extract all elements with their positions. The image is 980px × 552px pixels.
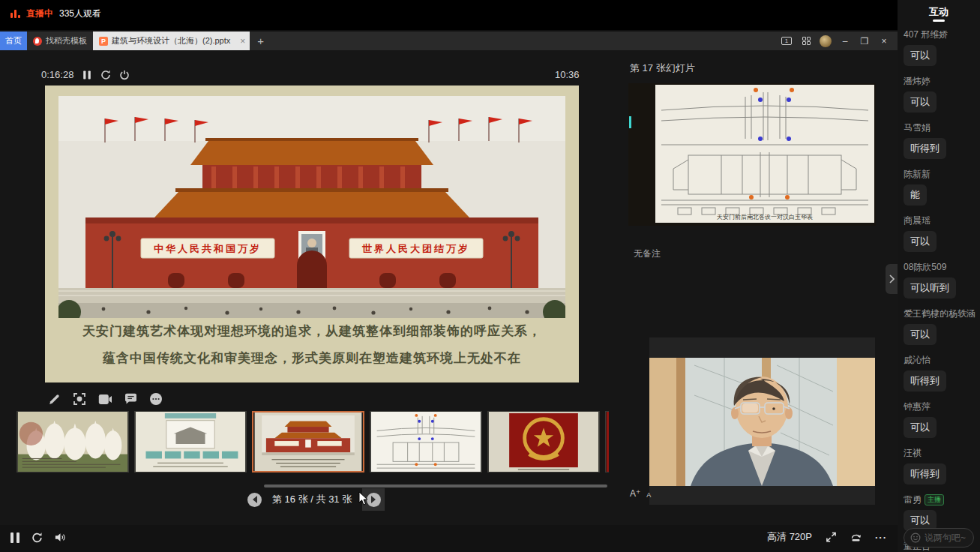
chat-message: 钟惠萍 可以 [904, 400, 977, 438]
tab-presentation-label: 建筑与环境设计（北海）(2).pptx [112, 35, 230, 46]
chat-bubble: 听得到 [904, 464, 946, 484]
live-signal-icon [10, 10, 20, 18]
notes-panel-title: 第 17 张幻灯片 [630, 62, 695, 75]
chat-message: 商晨瑶 可以 [904, 214, 977, 252]
pause-session-icon[interactable] [81, 69, 92, 80]
presenter-webcam [649, 338, 875, 505]
viewer-count: 335人观看 [59, 8, 101, 20]
chat-username: 商晨瑶 [904, 215, 931, 226]
chat-username: 汪祺 [904, 448, 922, 458]
notes-font-size-controls[interactable]: A⁺ A [630, 488, 651, 499]
chat-username: 马雪娟 [904, 122, 931, 133]
new-tab-button[interactable]: + [250, 32, 271, 50]
tab-active-underline [933, 20, 945, 22]
chat-bubble-icon[interactable] [123, 392, 138, 406]
mouse-cursor [358, 491, 369, 506]
refresh-session-icon[interactable] [100, 69, 111, 80]
chat-bubble: 可以 [904, 45, 937, 66]
annotation-toolbar [46, 392, 163, 406]
tab-home-label: 首页 [5, 35, 22, 46]
chat-username: 潘炜婷 [904, 76, 931, 86]
elapsed-time: 0:16:28 [41, 69, 73, 80]
chat-message: 戚沁怡 听得到 [904, 354, 977, 392]
chat-message: 陈新新 能 [904, 168, 977, 206]
close-tab-icon[interactable]: × [240, 36, 245, 46]
chat-panel-title: 互动 [898, 5, 980, 19]
account-avatar[interactable] [820, 35, 832, 47]
restore-button[interactable]: ❐ [859, 35, 871, 47]
tab-preview-icon[interactable]: 1 [781, 35, 793, 47]
tab-docer-label: 找稻壳模板 [46, 35, 87, 46]
browser-tab-bar: 首页 找稻壳模板 P 建筑与环境设计（北海）(2).pptx × + 1 – ❐… [0, 32, 898, 50]
slide-thumbnail-partial[interactable] [605, 411, 609, 472]
power-icon[interactable] [118, 69, 130, 80]
banner-left-text: 中华人民共和国万岁 [154, 243, 262, 254]
emoji-icon[interactable] [910, 532, 921, 543]
chat-bubble: 可以 [904, 231, 937, 252]
slide-position-label: 第 16 张 / 共 31 张 [272, 493, 352, 506]
chat-message: 潘炜婷 可以 [904, 75, 977, 112]
focus-frame-icon[interactable] [72, 392, 87, 406]
font-decrease-icon[interactable]: A [646, 491, 651, 499]
pencil-icon[interactable] [46, 392, 61, 406]
preview-caption: 天安门前后南北各设一对汉白玉华表 [655, 213, 874, 221]
banner-right-text: 世界人民大团结万岁 [361, 243, 470, 254]
live-status-bar: 直播中 335人观看 [0, 0, 898, 30]
chat-message: 08陈欣509 可以听到 [904, 261, 977, 298]
camera-icon[interactable] [97, 392, 112, 406]
slide-thumbnail-stupas[interactable] [16, 411, 129, 472]
chat-username: 爱王鹤棣的杨轶涵 [904, 308, 976, 319]
slide-thumbnail-tiananmen-current[interactable] [252, 411, 364, 472]
volume-icon[interactable] [55, 532, 66, 543]
chat-bubble: 可以 [904, 92, 937, 112]
chat-input[interactable]: 说两句吧~ [904, 528, 974, 548]
quality-selector[interactable]: 高清 720P [767, 530, 812, 544]
chat-bubble: 可以 [904, 417, 937, 438]
refresh-playback-icon[interactable] [31, 532, 43, 543]
font-increase-icon[interactable]: A⁺ [630, 488, 640, 499]
tiananmen-photo: 中华人民共和国万岁 世界人民大团结万岁 [58, 96, 565, 318]
rotate-screen-icon[interactable] [850, 532, 862, 543]
chat-bubble: 听得到 [904, 138, 946, 159]
minimize-button[interactable]: – [839, 35, 851, 47]
player-control-bar: 高清 720P ··· [0, 525, 898, 552]
chat-bubble: 听得到 [904, 370, 946, 392]
chat-bubble: 可以听到 [904, 278, 956, 298]
no-notes-label: 无备注 [634, 248, 661, 260]
chat-bubble: 可以 [904, 324, 937, 345]
tab-presentation-file[interactable]: P 建筑与环境设计（北海）(2).pptx × [93, 32, 250, 50]
slide-thumbnail-strip[interactable] [16, 411, 609, 474]
tab-docer-templates[interactable]: 找稻壳模板 [27, 32, 93, 50]
slide-caption-line2: 蕴含中国传统文化和审美理念，形式美原则在塑造建筑环境上无处不在 [45, 350, 579, 367]
close-window-button[interactable]: × [878, 35, 890, 47]
current-slide: 中华人民共和国万岁 世界人民大团结万岁 [45, 86, 579, 382]
slide-thumbnail-emblem[interactable] [487, 411, 600, 472]
chat-message: 马雪娟 听得到 [904, 122, 977, 159]
next-slide-preview: 天安门前后南北各设一对汉白玉华表 [628, 83, 876, 226]
chat-message: 爱王鹤棣的杨轶涵 可以 [904, 308, 977, 345]
huabiao-drawing [655, 85, 874, 223]
live-player-area: 0:16:28 10:36 [0, 50, 898, 552]
chat-message-list[interactable]: 407 邢维娇 可以 潘炜婷 可以 马雪娟 听得到 陈新新 能 商晨瑶 可以 0… [904, 28, 977, 552]
slide-thumbnail-blueprint[interactable] [370, 411, 482, 472]
more-controls-icon[interactable]: ··· [875, 532, 887, 543]
chat-input-placeholder: 说两句吧~ [925, 532, 966, 544]
slide-thumbnail-drawing[interactable] [134, 411, 247, 472]
fullscreen-icon[interactable] [826, 532, 837, 543]
chat-message: 雷勇主播 可以 [904, 494, 977, 531]
session-controls: 0:16:28 [41, 69, 130, 80]
previous-slide-button[interactable] [247, 493, 262, 507]
slide-caption-line1: 天安门建筑艺术体现对理想环境的追求，从建筑整体到细部装饰的呼应关系， [45, 322, 579, 340]
current-time: 10:36 [555, 69, 580, 80]
more-options-icon[interactable] [148, 392, 163, 406]
chat-username: 雷勇 [904, 494, 922, 505]
app-root: 直播中 335人观看 首页 找稻壳模板 P 建筑与环境设计（北海）(2).ppt… [0, 0, 980, 552]
pause-playback-icon[interactable] [10, 532, 19, 543]
tab-home[interactable]: 首页 [0, 32, 27, 50]
live-status-label: 直播中 [26, 8, 53, 20]
collapse-panel-handle[interactable] [886, 264, 898, 294]
ppt-file-icon: P [99, 37, 108, 46]
grid-layout-icon[interactable] [800, 35, 812, 47]
thumbnail-scrollbar[interactable] [264, 484, 607, 488]
text-cursor-mark [629, 116, 631, 128]
